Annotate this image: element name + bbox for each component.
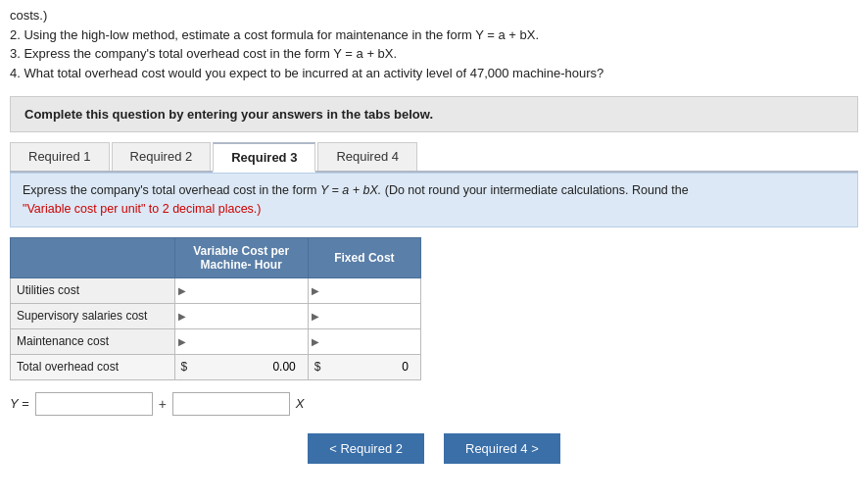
formula-y-label: Y = xyxy=(10,396,29,411)
table-row: Supervisory salaries cost ▶ ▶ xyxy=(11,303,421,328)
tab-required1[interactable]: Required 1 xyxy=(10,142,110,171)
table-row: Utilities cost ▶ ▶ xyxy=(11,277,421,303)
formula-x-label: X xyxy=(296,396,305,411)
total-var-cell: $ xyxy=(174,354,308,379)
total-fixed-input[interactable] xyxy=(322,357,414,376)
row-label-utilities: Utilities cost xyxy=(11,277,175,303)
prev-required2-button[interactable]: < Required 2 xyxy=(308,433,424,464)
info-banner: Express the company's total overhead cos… xyxy=(10,173,858,227)
supervisory-var-input[interactable] xyxy=(175,306,308,326)
table-row: Maintenance cost ▶ ▶ xyxy=(11,328,421,354)
col-header-fixed: Fixed Cost xyxy=(308,237,420,277)
utilities-fixed-input[interactable] xyxy=(309,280,420,300)
formula-b-input[interactable] xyxy=(172,392,290,416)
tab-required2[interactable]: Required 2 xyxy=(112,142,212,171)
cost-table: Variable Cost per Machine- Hour Fixed Co… xyxy=(10,237,421,380)
tab-required4[interactable]: Required 4 xyxy=(317,142,417,171)
total-fixed-cell: $ xyxy=(308,354,420,379)
maintenance-fixed-cell[interactable]: ▶ xyxy=(308,328,420,354)
supervisory-fixed-cell[interactable]: ▶ xyxy=(308,303,420,328)
next-required4-button[interactable]: Required 4 > xyxy=(444,433,560,464)
row-label-supervisory: Supervisory salaries cost xyxy=(11,303,175,328)
total-row: Total overhead cost $ $ xyxy=(11,354,421,379)
maintenance-var-cell[interactable]: ▶ xyxy=(174,328,308,354)
utilities-var-input[interactable] xyxy=(175,280,308,300)
maintenance-var-input[interactable] xyxy=(175,331,308,351)
supervisory-var-cell[interactable]: ▶ xyxy=(174,303,308,328)
formula-plus: + xyxy=(159,396,167,412)
top-text: costs.) 2. Using the high-low method, es… xyxy=(0,0,868,90)
cost-table-section: Variable Cost per Machine- Hour Fixed Co… xyxy=(10,237,858,380)
row-label-maintenance: Maintenance cost xyxy=(11,328,175,354)
formula-a-input[interactable] xyxy=(35,392,153,416)
utilities-fixed-cell[interactable]: ▶ xyxy=(308,277,420,303)
supervisory-fixed-input[interactable] xyxy=(309,306,420,326)
instruction-box: Complete this question by entering your … xyxy=(10,96,858,132)
tab-required3[interactable]: Required 3 xyxy=(213,142,315,173)
maintenance-fixed-input[interactable] xyxy=(309,331,420,351)
row-label-total: Total overhead cost xyxy=(11,354,175,379)
bottom-nav: < Required 2 Required 4 > xyxy=(10,433,858,464)
utilities-var-cell[interactable]: ▶ xyxy=(174,277,308,303)
col-header-variable: Variable Cost per Machine- Hour xyxy=(174,237,308,277)
total-var-input[interactable] xyxy=(189,357,301,376)
formula-row: Y = + X xyxy=(10,392,858,416)
tabs-row: Required 1 Required 2 Required 3 Require… xyxy=(10,142,858,173)
col-header-label xyxy=(11,237,175,277)
